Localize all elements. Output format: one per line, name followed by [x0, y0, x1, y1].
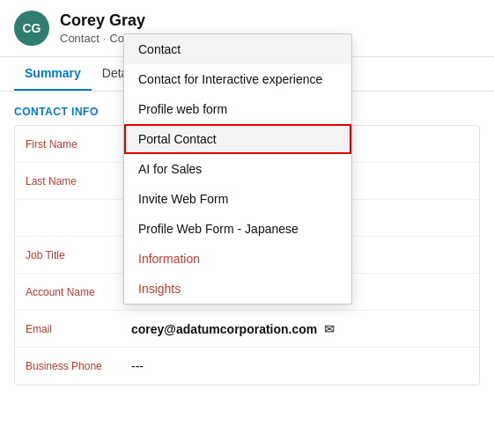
- avatar: CG: [14, 11, 49, 46]
- contact-name: Corey Gray: [60, 11, 156, 30]
- dropdown-item-profile-web-form[interactable]: Profile web form: [124, 94, 351, 124]
- dropdown-item-insights[interactable]: Insights: [124, 274, 351, 304]
- email-icon: ✉: [324, 322, 335, 336]
- label-last-name: Last Name: [26, 175, 131, 187]
- dropdown-item-contact[interactable]: Contact: [124, 34, 351, 64]
- dropdown-item-contact-interactive[interactable]: Contact for Interactive experience: [124, 64, 351, 94]
- email-text: corey@adatumcorporation.com: [131, 322, 317, 336]
- value-business-phone: ---: [131, 359, 468, 373]
- label-email: Email: [26, 323, 131, 335]
- field-email: Email corey@adatumcorporation.com ✉: [15, 311, 479, 348]
- dropdown-item-invite-web-form[interactable]: Invite Web Form: [124, 184, 351, 214]
- label-job-title: Job Title: [26, 249, 131, 261]
- label-first-name: First Name: [26, 138, 131, 151]
- label-account-name: Account Name: [26, 286, 131, 298]
- dropdown-item-profile-web-form-japanese[interactable]: Profile Web Form - Japanese: [124, 214, 351, 244]
- dropdown-item-portal-contact[interactable]: Portal Contact: [124, 124, 351, 154]
- value-email: corey@adatumcorporation.com ✉: [131, 322, 468, 336]
- dropdown-item-ai-sales[interactable]: AI for Sales: [124, 154, 351, 184]
- field-business-phone: Business Phone ---: [15, 348, 479, 385]
- dropdown-item-information[interactable]: Information: [124, 244, 351, 274]
- contact-type-dropdown: Contact Contact for Interactive experien…: [123, 33, 352, 305]
- label-business-phone: Business Phone: [26, 360, 131, 372]
- meta-separator: ·: [103, 32, 107, 45]
- meta-type: Contact: [60, 32, 100, 45]
- tab-summary[interactable]: Summary: [14, 57, 92, 91]
